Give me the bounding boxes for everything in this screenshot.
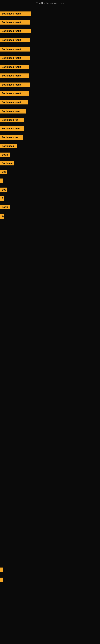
bottleneck-badge-7: Bottleneck result [0,65,29,69]
bottleneck-badge-6: Bottleneck result [0,56,30,60]
bottleneck-badge-17: Bottle [0,152,10,157]
bottleneck-badge-20: | [0,178,3,183]
bottleneck-badge-11: Bottleneck result [0,100,28,104]
site-title: TheBottlenecker.com [0,0,100,6]
bottleneck-badge-1: Bottleneck result [0,12,31,16]
bottleneck-badge-25: | [0,568,3,572]
bottleneck-badge-26: | [0,578,3,582]
bottleneck-badge-18: Bottlenec [0,161,14,166]
bottleneck-badge-10: Bottleneck result [0,91,29,96]
bottleneck-badge-9: Bottleneck result [0,82,30,87]
bottleneck-badge-21: Bot [0,188,7,192]
bottleneck-badge-14: Bottleneck resu [0,126,24,131]
bottleneck-badge-4: Bottleneck result [0,38,30,42]
bottleneck-badge-2: Bottleneck result [0,20,30,24]
bottleneck-badge-16: Bottleneck [0,144,17,148]
bottleneck-badge-3: Bottleneck result [0,29,31,33]
bottleneck-badge-22: B [0,196,4,201]
bottleneck-badge-12: Bottleneck resul [0,109,26,114]
bottleneck-badge-8: Bottleneck result [0,74,29,78]
bottleneck-badge-15: Bottleneck res [0,135,23,140]
bottleneck-badge-19: Bot [0,170,7,174]
bottleneck-badge-5: Bottleneck result [0,47,30,52]
bottleneck-badge-23: Bottle [0,205,10,209]
bottleneck-badge-13: Bottleneck res [0,118,24,122]
bottleneck-badge-24: Bo [0,214,4,219]
